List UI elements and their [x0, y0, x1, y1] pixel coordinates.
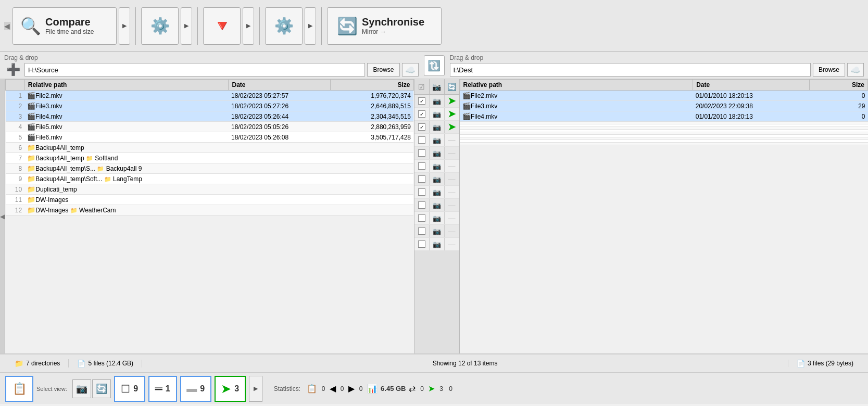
- middle-camera-cell: 📷: [430, 199, 445, 211]
- row-checkbox[interactable]: [418, 214, 425, 222]
- right-table-row[interactable]: 🎬File2.mkv 01/01/2010 18:20:13 0: [460, 91, 868, 101]
- synchronise-button[interactable]: 🔄 Synchronise Mirror →: [327, 7, 442, 45]
- options-button[interactable]: ⚙️: [265, 7, 303, 45]
- stats-copy-icon[interactable]: 📋: [307, 384, 317, 394]
- compare-arrow-btn[interactable]: ▶: [119, 7, 130, 45]
- file-date-cell: 18/02/2023 05:26:08: [229, 132, 331, 143]
- file-path-cell: 🎬File6.mkv: [24, 132, 229, 143]
- middle-checkbox-cell[interactable]: [414, 134, 430, 146]
- left-table-row[interactable]: 3 🎬File4.mkv 18/02/2023 05:26:44 2,304,3…: [6, 111, 414, 122]
- file-date-cell: 18/02/2023 05:27:57: [229, 91, 331, 101]
- row-checkbox[interactable]: [418, 240, 425, 248]
- stats-pie-icon[interactable]: 📊: [367, 384, 378, 394]
- left-table-row[interactable]: 2 🎬File3.mkv 18/02/2023 05:27:26 2,646,8…: [6, 101, 414, 111]
- middle-checkbox-cell[interactable]: [414, 225, 430, 237]
- left-table-row[interactable]: 8 📁Backup4All_temp\S... 📁 Backup4all 9: [6, 163, 414, 174]
- file-name: File6.mkv: [35, 134, 62, 141]
- stats-swap-icon[interactable]: ⇄: [409, 384, 416, 394]
- middle-checkbox-cell[interactable]: ✓: [414, 108, 430, 120]
- compare-dropdown-icon: ▶: [122, 22, 127, 29]
- stats-right-icon[interactable]: ▶: [348, 384, 355, 394]
- green-arrow-icon: ➤: [221, 382, 231, 396]
- view-sync-button[interactable]: 🔄: [92, 379, 111, 398]
- row-checkbox[interactable]: [418, 162, 425, 170]
- view-camera-button[interactable]: 📷: [72, 379, 91, 398]
- right-path-input[interactable]: [450, 63, 811, 77]
- count-green-button[interactable]: ➤ 3: [215, 376, 246, 402]
- left-table-row[interactable]: 9 📁Backup4All_temp\Soft... 📁 LangTemp: [6, 174, 414, 184]
- count-equal-button[interactable]: ═ 1: [148, 376, 177, 402]
- right-table-row[interactable]: [460, 143, 868, 145]
- file-size-cell: 2,646,889,515: [331, 101, 413, 111]
- left-panel-scroll[interactable]: Relative path Date Size 1 🎬File2.mkv 18/…: [5, 79, 414, 353]
- middle-row: 📷 —: [414, 238, 459, 251]
- stats-num-0: 0: [320, 385, 326, 392]
- middle-checkbox-cell[interactable]: ✓: [414, 121, 430, 133]
- sync-icon: 🔄: [337, 16, 358, 36]
- middle-checkbox-cell[interactable]: [414, 238, 430, 250]
- file-path-cell: 📁Duplicati_temp: [24, 184, 229, 195]
- left-table-row[interactable]: 5 🎬File6.mkv 18/02/2023 05:26:08 3,505,7…: [6, 132, 414, 143]
- middle-checkbox-cell[interactable]: ✓: [414, 95, 430, 107]
- right-panel-scroll[interactable]: Relative path Date Size 🎬File2.mkv 01/01…: [460, 79, 869, 353]
- left-path-input[interactable]: [24, 63, 365, 77]
- compare-button[interactable]: 🔍 Compare File time and size: [12, 7, 117, 45]
- left-table-row[interactable]: 10 📁Duplicati_temp: [6, 184, 414, 195]
- list-view-icon: 📋: [12, 382, 27, 396]
- options-arrow-btn[interactable]: ▶: [305, 7, 316, 45]
- view-list-button[interactable]: 📋: [5, 376, 33, 402]
- middle-checkbox-cell[interactable]: [414, 199, 430, 211]
- middle-checkbox-cell[interactable]: [414, 212, 430, 224]
- gear-icon: ⚙️: [150, 17, 170, 35]
- left-panel-toggle[interactable]: ◀: [4, 22, 10, 30]
- row-checkbox[interactable]: [418, 188, 425, 196]
- left-add-path-button[interactable]: ➕: [4, 63, 22, 77]
- middle-camera-cell: 📷: [430, 212, 445, 224]
- left-browse-button[interactable]: Browse: [367, 63, 399, 77]
- row-checkbox[interactable]: [418, 201, 425, 209]
- right-cloud-button[interactable]: ☁️: [847, 63, 864, 77]
- stats-green-arrow-icon[interactable]: ➤: [428, 384, 435, 394]
- settings-arrow-btn[interactable]: ▶: [181, 7, 192, 45]
- stats-left-icon[interactable]: ◀: [330, 384, 336, 394]
- row-checkbox[interactable]: [418, 227, 425, 235]
- video-file-icon: 🎬: [462, 102, 471, 110]
- settings-button[interactable]: ⚙️: [141, 7, 179, 45]
- row-checkbox[interactable]: [418, 149, 425, 157]
- middle-checkbox-cell[interactable]: [414, 173, 430, 185]
- middle-camera-cell: 📷: [430, 108, 445, 120]
- file-name: File2.mkv: [35, 92, 62, 99]
- right-file-size-cell: 0: [810, 91, 868, 101]
- left-cloud-button[interactable]: ☁️: [402, 63, 419, 77]
- row-checkbox[interactable]: ✓: [418, 123, 425, 131]
- middle-checkbox-cell[interactable]: [414, 186, 430, 198]
- row-checkbox[interactable]: ✓: [418, 110, 425, 118]
- left-table-row[interactable]: 4 🎬File5.mkv 18/02/2023 05:05:26 2,880,2…: [6, 122, 414, 132]
- left-table-row[interactable]: 1 🎬File2.mkv 18/02/2023 05:27:57 1,976,7…: [6, 91, 414, 101]
- count-grey-button[interactable]: ▬ 9: [180, 376, 211, 402]
- right-table-row[interactable]: 🎬File4.mkv 01/01/2010 18:20:13 0: [460, 111, 868, 122]
- row-checkbox[interactable]: [418, 175, 425, 183]
- filter-button[interactable]: 🔻: [203, 7, 241, 45]
- left-table-row[interactable]: 6 📁Backup4All_temp: [6, 143, 414, 153]
- left-table-row[interactable]: 7 📁Backup4All_temp 📁 Softland: [6, 153, 414, 163]
- filter-arrow-btn[interactable]: ▶: [243, 7, 254, 45]
- middle-row: ✓ 📷 ➤: [414, 121, 459, 134]
- right-table-row[interactable]: 🎬File3.mkv 20/02/2023 22:09:38 29: [460, 101, 868, 111]
- left-table-row[interactable]: 11 📁DW-Images: [6, 195, 414, 205]
- left-table-row[interactable]: 12 📁DW-Images 📁 WeatherCam: [6, 205, 414, 215]
- green-arrow-indicator: ➤: [448, 121, 456, 133]
- chevron-left-icon: ◀: [4, 22, 10, 30]
- middle-checkbox-cell[interactable]: [414, 160, 430, 172]
- left-side-strip[interactable]: ◀: [0, 79, 5, 353]
- file-path-cell: 📁Backup4All_temp\S... 📁 Backup4all 9: [24, 163, 229, 174]
- middle-col-sync: 🔄: [445, 79, 459, 94]
- swap-paths-button[interactable]: 🔃: [424, 55, 445, 76]
- row-checkbox[interactable]: [418, 136, 425, 144]
- row-checkbox[interactable]: ✓: [418, 97, 425, 105]
- more-button[interactable]: ▶: [249, 376, 262, 402]
- right-browse-button[interactable]: Browse: [813, 63, 845, 77]
- row-number: 10: [6, 184, 25, 195]
- count-unchecked-button[interactable]: ☐ 9: [114, 376, 145, 402]
- middle-checkbox-cell[interactable]: [414, 147, 430, 159]
